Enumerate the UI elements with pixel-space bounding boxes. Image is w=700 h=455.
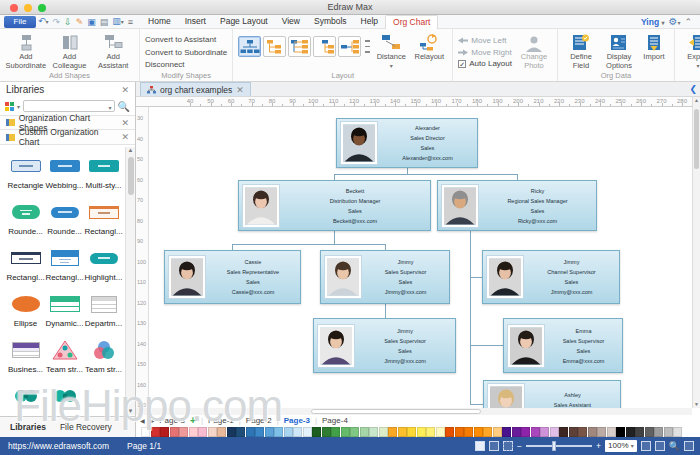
scroll-down-icon[interactable]: ▼ <box>693 401 700 407</box>
library-shape-dynamic[interactable]: Dynamic... <box>45 293 84 337</box>
layout-option-5[interactable] <box>338 36 361 57</box>
library-shape-rounde[interactable]: Rounde... <box>6 201 45 245</box>
menu-org-chart[interactable]: Org Chart <box>385 15 438 29</box>
print-icon[interactable]: ▤ <box>100 16 109 28</box>
redo-icon[interactable]: ↷ <box>53 16 61 28</box>
palette-color-swatch[interactable] <box>274 427 283 437</box>
user-account-button[interactable]: Ying ▾ <box>641 17 665 27</box>
palette-color-swatch[interactable] <box>645 427 654 437</box>
palette-color-swatch[interactable] <box>293 427 302 437</box>
page-tab-scrolled[interactable]: Page-3 <box>159 416 185 425</box>
page-tab-page-2[interactable]: Page-2 <box>246 416 272 425</box>
palette-color-swatch[interactable] <box>246 427 255 437</box>
palette-color-swatch[interactable] <box>189 427 198 437</box>
page-tab-page-3[interactable]: Page-3 <box>284 416 310 425</box>
library-shape-rectangl[interactable]: Rectangl... <box>6 247 45 291</box>
library-menu-caret-icon[interactable]: ▾ <box>17 103 20 110</box>
save-icon[interactable]: ▣ <box>87 16 96 28</box>
palette-color-swatch[interactable] <box>474 427 483 437</box>
add-assistant-button[interactable]: Add Assistant <box>92 32 134 70</box>
close-section-icon[interactable]: ✕ <box>121 118 129 128</box>
palette-color-swatch[interactable] <box>493 427 502 437</box>
palette-color-swatch[interactable] <box>350 427 359 437</box>
edit-icon[interactable]: ✎ <box>76 16 84 28</box>
palette-color-swatch[interactable] <box>227 427 236 437</box>
palette-color-swatch[interactable] <box>588 427 597 437</box>
palette-color-swatch[interactable] <box>559 427 568 437</box>
grid-view-icon[interactable] <box>684 441 694 451</box>
magnifier-icon[interactable]: 🔍 <box>669 441 680 451</box>
page-tab-page-4[interactable]: Page-4 <box>322 416 348 425</box>
palette-color-swatch[interactable] <box>464 427 473 437</box>
palette-color-swatch[interactable] <box>388 427 397 437</box>
palette-color-swatch[interactable] <box>341 427 350 437</box>
collapse-right-panel-icon[interactable]: ❮ <box>689 84 700 94</box>
vertical-scrollbar-thumb[interactable] <box>694 109 699 169</box>
convert-to-subordinate-button[interactable]: Convert to Subordinate <box>145 48 227 57</box>
palette-color-swatch[interactable] <box>217 427 226 437</box>
org-node-ashley-sales-assistant[interactable]: AshleySales AssistantSales <box>483 380 621 408</box>
palette-color-swatch[interactable] <box>179 427 188 437</box>
presentation-view-icon[interactable] <box>503 441 513 451</box>
change-photo-button[interactable]: Change Photo <box>516 32 552 70</box>
page-nav-left-icon[interactable]: ◀ <box>140 417 145 424</box>
zoom-level-dropdown[interactable]: 100% ▾ <box>605 440 637 452</box>
vertical-scrollbar[interactable]: ▲ ▼ <box>692 97 700 408</box>
horizontal-scrollbar-thumb[interactable] <box>311 409 481 414</box>
display-options-button[interactable]: Display Options <box>601 32 637 70</box>
close-libraries-panel-icon[interactable]: ✕ <box>121 85 129 95</box>
palette-color-swatch[interactable] <box>236 427 245 437</box>
move-left-button[interactable]: Move Left <box>458 36 512 45</box>
library-shape-busines[interactable]: Busines... <box>6 339 45 383</box>
drawing-canvas[interactable]: 30405060708090100110120130140150160170 A… <box>136 107 692 408</box>
library-shape-rounde[interactable]: Rounde... <box>45 201 84 245</box>
layout-option-4[interactable] <box>313 36 336 57</box>
palette-color-swatch[interactable] <box>607 427 616 437</box>
collapse-ribbon-icon[interactable]: ⌃ <box>684 17 692 27</box>
org-node-alexander-sales-director[interactable]: AlexanderSales DirectorSalesAlexander@xx… <box>336 118 478 168</box>
distance-button[interactable]: Distance▾ <box>373 32 409 70</box>
close-document-icon[interactable]: ✕ <box>236 85 244 95</box>
library-shape-highlight[interactable]: Highlight... <box>84 247 123 291</box>
library-shape-teamstr[interactable]: Team str... <box>45 339 84 383</box>
relayout-button[interactable]: Relayout <box>411 32 447 62</box>
palette-color-swatch[interactable] <box>445 427 454 437</box>
library-shape-org-teal[interactable] <box>45 385 84 415</box>
disconnect-button[interactable]: Disconnect <box>145 60 227 69</box>
palette-color-swatch[interactable] <box>550 427 559 437</box>
menu-home[interactable]: Home <box>141 15 178 29</box>
scroll-up-icon[interactable]: ▲ <box>693 97 700 103</box>
undo-icon[interactable]: ↶▾ <box>38 15 49 28</box>
move-right-button[interactable]: Move Right <box>458 48 512 57</box>
library-shape-ellipse[interactable]: Ellipse <box>6 293 45 337</box>
status-url[interactable]: https://www.edrawsoft.com <box>8 441 109 451</box>
org-node-jimmy-channel-supervisor[interactable]: JimmyChannel SupervisorSalesJimmy@xxx.co… <box>482 250 620 304</box>
palette-color-swatch[interactable] <box>198 427 207 437</box>
palette-color-swatch[interactable] <box>531 427 540 437</box>
palette-color-swatch[interactable] <box>502 427 511 437</box>
convert-to-assistant-button[interactable]: Convert to Assistant <box>145 35 227 44</box>
palette-color-swatch[interactable] <box>654 427 663 437</box>
palette-color-swatch[interactable] <box>151 427 160 437</box>
menu-symbols[interactable]: Symbols <box>307 15 354 29</box>
menu-insert[interactable]: Insert <box>178 15 213 29</box>
palette-color-swatch[interactable] <box>255 427 264 437</box>
palette-color-swatch[interactable] <box>360 427 369 437</box>
palette-color-swatch[interactable] <box>616 427 625 437</box>
library-shape-rectangl[interactable]: Rectangl... <box>45 247 84 291</box>
gallery-scrollbar[interactable]: ▲ ▼ <box>125 147 135 415</box>
library-search-input[interactable]: ▾ <box>23 100 115 112</box>
page-nav-right-icon[interactable]: ▶ <box>150 417 155 424</box>
customize-toolbar-icon[interactable]: ≡ <box>128 16 133 28</box>
palette-color-swatch[interactable] <box>398 427 407 437</box>
palette-color-swatch[interactable] <box>483 427 492 437</box>
zoom-slider[interactable] <box>526 445 592 447</box>
gallery-scrollbar-thumb[interactable] <box>128 157 134 195</box>
layout-option-1[interactable] <box>238 36 261 57</box>
palette-color-swatch[interactable] <box>540 427 549 437</box>
layout-option-3[interactable] <box>288 36 311 57</box>
palette-color-swatch[interactable] <box>208 427 217 437</box>
define-field-button[interactable]: Define Field <box>563 32 599 70</box>
export-button[interactable]: Export▾ <box>680 32 700 70</box>
page-view-icon[interactable] <box>489 441 499 451</box>
